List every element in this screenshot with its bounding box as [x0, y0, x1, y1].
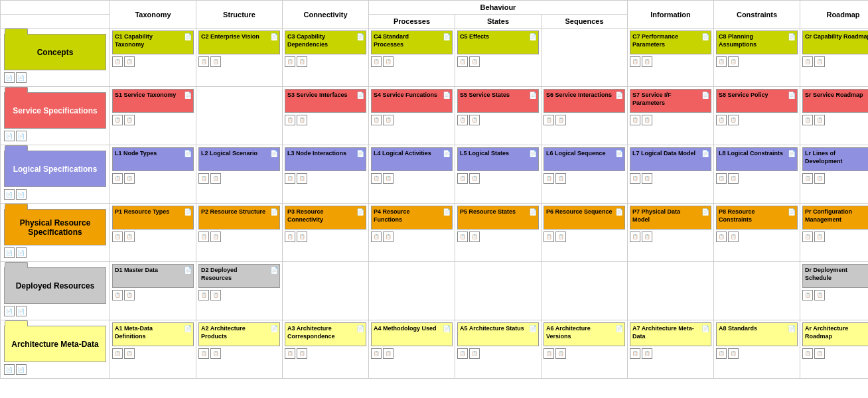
doc-icon-S7-1: 📋 [642, 115, 652, 125]
card-C4[interactable]: C4 Standard Processes📄 [371, 31, 453, 54]
card-Ar[interactable]: Ar Architecture Roadmap📄 [802, 322, 868, 346]
doc-icon-Lr-0: 📋 [802, 173, 813, 184]
card-P3[interactable]: P3 Resource Connectivity📄 [285, 206, 366, 230]
doc-icon-label-service-1: 📄 [16, 131, 27, 141]
file-icon-C1: 📄 [184, 33, 192, 41]
card-A8[interactable]: A8 Standards📄 [716, 322, 798, 346]
file-icon-D2: 📄 [270, 266, 278, 275]
card-A4[interactable]: A4 Methodology Used📄 [371, 322, 453, 346]
doc-icon-A6-0: 📋 [543, 348, 554, 359]
card-S7[interactable]: S7 Service I/F Parameters📄 [630, 89, 711, 113]
doc-icon-S4-1: 📋 [383, 115, 394, 125]
row-label-text-meta: Architecture Meta-Data [4, 326, 106, 362]
doc-icon-D1-0: 📋 [112, 290, 123, 300]
card-A2[interactable]: A2 Architecture Products📄 [198, 322, 280, 346]
cell-A1: A1 Meta-Data Definitions📄📋📋 [110, 320, 196, 379]
doc-icon-Dr-1: 📋 [814, 290, 825, 300]
cell-D6 [542, 262, 628, 320]
card-P7[interactable]: P7 Physical Data Model📄 [630, 206, 711, 230]
doc-icon-C1-0: 📋 [112, 56, 123, 67]
card-S6[interactable]: S6 Service Interactions📄 [543, 89, 625, 113]
file-icon-L6: 📄 [615, 149, 623, 158]
doc-icon-P3-0: 📋 [285, 232, 295, 242]
card-P2[interactable]: P2 Resource Structure📄 [198, 206, 280, 230]
card-S4[interactable]: S4 Service Funcations📄 [371, 89, 453, 113]
doc-icon-C2-1: 📋 [210, 56, 221, 67]
doc-icon-P6-0: 📋 [543, 232, 554, 242]
row-label-text-service: Service Specifications [4, 92, 106, 129]
doc-icon-L8-1: 📋 [728, 173, 739, 184]
card-Pr[interactable]: Pr Configuration Management📄 [802, 206, 868, 230]
file-icon-P6: 📄 [615, 208, 623, 216]
card-A1[interactable]: A1 Meta-Data Definitions📄 [112, 322, 194, 346]
card-C2[interactable]: C2 Enterprise Vision📄 [198, 31, 280, 54]
doc-icon-L1-1: 📋 [124, 173, 135, 184]
cell-C3: C3 Capability Dependencies📄📋📋 [283, 29, 369, 87]
col-header-sequences: Sequences [542, 15, 628, 29]
doc-icon-A4-1: 📋 [383, 348, 394, 359]
doc-icon-Ar-1: 📋 [814, 348, 825, 359]
doc-icon-A4-0: 📋 [371, 348, 382, 359]
card-L1[interactable]: L1 Node Types📄 [112, 147, 194, 171]
file-icon-L3: 📄 [356, 149, 364, 158]
doc-icon-A3-1: 📋 [297, 348, 307, 359]
cell-S3: S3 Service Interfaces📄📋📋 [283, 87, 369, 145]
card-C5[interactable]: C5 Effects📄 [457, 31, 539, 54]
card-D1[interactable]: D1 Master Data📄 [112, 264, 194, 288]
doc-icon-C5-1: 📋 [469, 56, 480, 67]
card-P6[interactable]: P6 Resource Sequence📄 [543, 206, 625, 230]
card-S5[interactable]: S5 Service States📄 [457, 89, 539, 113]
card-L5[interactable]: L5 Logical States📄 [457, 147, 539, 171]
cell-S1: S1 Service Taxonomy📄📋📋 [110, 87, 196, 145]
card-Dr[interactable]: Dr Deployment Schedule📄 [802, 264, 868, 288]
card-P1[interactable]: P1 Resource Types📄 [112, 206, 194, 230]
file-icon-S5: 📄 [529, 91, 537, 100]
card-S8[interactable]: S8 Service Policy📄 [716, 89, 798, 113]
doc-icon-label-meta-0: 📄 [4, 364, 15, 375]
file-icon-A5: 📄 [529, 324, 537, 333]
card-Cr[interactable]: Cr Capability Roadmap📄 [802, 31, 868, 54]
doc-icon-label-meta-1: 📄 [16, 364, 27, 375]
card-C8[interactable]: C8 Planning Assumptions📄 [716, 31, 798, 54]
card-A7[interactable]: A7 Architecture Meta-Data📄 [630, 322, 711, 346]
card-L2[interactable]: L2 Logical Scenario📄 [198, 147, 280, 171]
cell-C8: C8 Planning Assumptions📄📋📋 [714, 29, 800, 87]
doc-icon-C8-1: 📋 [728, 56, 739, 67]
card-Sr[interactable]: Sr Service Roadmap📄 [802, 89, 868, 113]
card-P5[interactable]: P5 Resource States📄 [457, 206, 539, 230]
card-A5[interactable]: A5 Architecture Status📄 [457, 322, 539, 346]
card-L7[interactable]: L7 Logical Data Model📄 [630, 147, 711, 171]
card-S3[interactable]: S3 Service Interfaces📄 [285, 89, 366, 113]
file-icon-L8: 📄 [788, 149, 796, 158]
card-S1[interactable]: S1 Service Taxonomy📄 [112, 89, 194, 113]
card-Lr[interactable]: Lr Lines of Development📄 [802, 147, 868, 171]
doc-icon-label-concepts-0: 📄 [4, 72, 15, 83]
doc-icon-D2-0: 📋 [198, 290, 209, 300]
file-icon-S4: 📄 [443, 91, 451, 100]
card-L4[interactable]: L4 Logical Activities📄 [371, 147, 453, 171]
card-L8[interactable]: L8 Logical Constraints📄 [716, 147, 798, 171]
card-C7[interactable]: C7 Performance Parameters📄 [630, 31, 711, 54]
card-C1[interactable]: C1 Capability Taxonomy📄 [112, 31, 194, 54]
card-L3[interactable]: L3 Node Interactions📄 [285, 147, 366, 171]
file-icon-C3: 📄 [356, 33, 364, 41]
card-P4[interactable]: P4 Resource Functions📄 [371, 206, 453, 230]
card-A3[interactable]: A3 Architecture Correspondence📄 [285, 322, 366, 346]
doc-icon-label-concepts-1: 📄 [16, 72, 27, 83]
cell-C2: C2 Enterprise Vision📄📋📋 [196, 29, 283, 87]
card-D2[interactable]: D2 Deployed Resources📄 [198, 264, 280, 288]
file-icon-D1: 📄 [184, 266, 192, 275]
doc-icon-L8-0: 📋 [716, 173, 727, 184]
card-P8[interactable]: P8 Resource Constraints📄 [716, 206, 798, 230]
doc-icon-C2-0: 📋 [198, 56, 209, 67]
cell-S4: S4 Service Funcations📄📋📋 [369, 87, 455, 145]
card-L6[interactable]: L6 Logical Sequence📄 [543, 147, 625, 171]
cell-S6: S6 Service Interactions📄📋📋 [542, 87, 628, 145]
card-C3[interactable]: C3 Capability Dependencies📄 [285, 31, 366, 54]
file-icon-A6: 📄 [615, 324, 623, 333]
cell-Cr: Cr Capability Roadmap📄📋📋 [800, 29, 869, 87]
col-header-constraints: Constraints [714, 1, 800, 29]
doc-icon-A2-1: 📋 [210, 348, 221, 359]
card-A6[interactable]: A6 Architecture Versions📄 [543, 322, 625, 346]
doc-icon-C5-0: 📋 [457, 56, 468, 67]
